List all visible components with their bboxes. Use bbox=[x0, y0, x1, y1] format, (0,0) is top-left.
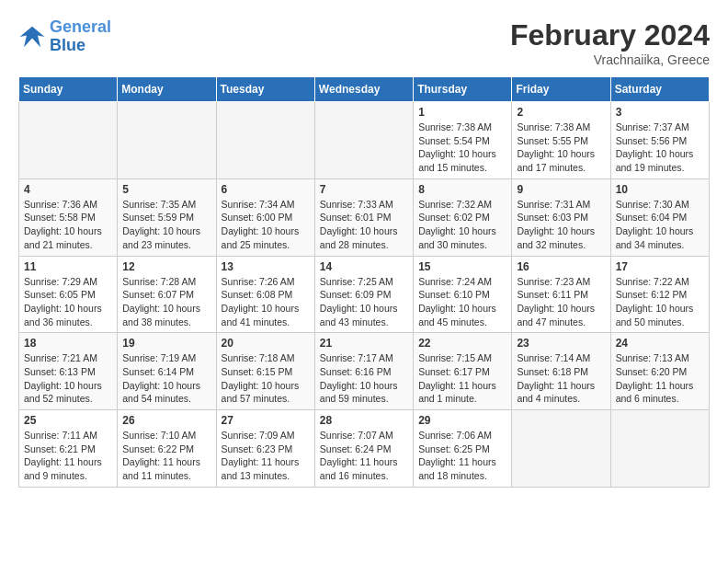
day-info: Sunrise: 7:23 AMSunset: 6:11 PMDaylight:… bbox=[517, 275, 605, 329]
day-number: 14 bbox=[320, 260, 408, 273]
day-info: Sunrise: 7:26 AMSunset: 6:08 PMDaylight:… bbox=[222, 275, 310, 329]
day-info: Sunrise: 7:25 AMSunset: 6:09 PMDaylight:… bbox=[320, 275, 408, 329]
day-info: Sunrise: 7:18 AMSunset: 6:15 PMDaylight:… bbox=[222, 351, 310, 406]
day-number: 6 bbox=[222, 183, 310, 196]
day-info: Sunrise: 7:21 AMSunset: 6:13 PMDaylight:… bbox=[24, 351, 112, 406]
calendar-cell: 25Sunrise: 7:11 AMSunset: 6:21 PMDayligh… bbox=[19, 410, 118, 488]
page-header: General Blue February 2024 Vrachnaiika, … bbox=[18, 18, 710, 67]
day-header-sunday: Sunday bbox=[19, 77, 118, 102]
day-number: 16 bbox=[517, 260, 605, 273]
day-number: 15 bbox=[418, 260, 506, 273]
calendar-cell: 11Sunrise: 7:29 AMSunset: 6:05 PMDayligh… bbox=[19, 256, 118, 333]
day-info: Sunrise: 7:11 AMSunset: 6:21 PMDaylight:… bbox=[24, 429, 112, 483]
day-number: 23 bbox=[517, 337, 605, 350]
day-number: 7 bbox=[320, 183, 408, 196]
calendar-cell: 4Sunrise: 7:36 AMSunset: 5:58 PMDaylight… bbox=[19, 178, 118, 256]
day-number: 28 bbox=[320, 414, 408, 427]
calendar-cell: 1Sunrise: 7:38 AMSunset: 5:54 PMDaylight… bbox=[414, 102, 512, 179]
day-header-monday: Monday bbox=[118, 77, 216, 102]
calendar-cell: 23Sunrise: 7:14 AMSunset: 6:18 PMDayligh… bbox=[512, 333, 610, 410]
calendar-cell: 15Sunrise: 7:24 AMSunset: 6:10 PMDayligh… bbox=[414, 256, 512, 333]
calendar-cell: 14Sunrise: 7:25 AMSunset: 6:09 PMDayligh… bbox=[314, 256, 413, 333]
day-number: 5 bbox=[122, 183, 210, 196]
calendar-cell: 9Sunrise: 7:31 AMSunset: 6:03 PMDaylight… bbox=[512, 178, 610, 256]
logo-text: General Blue bbox=[50, 18, 111, 55]
day-info: Sunrise: 7:07 AMSunset: 6:24 PMDaylight:… bbox=[320, 429, 408, 483]
calendar-cell: 12Sunrise: 7:28 AMSunset: 6:07 PMDayligh… bbox=[118, 256, 216, 333]
day-info: Sunrise: 7:10 AMSunset: 6:22 PMDaylight:… bbox=[122, 429, 210, 483]
day-number: 21 bbox=[320, 337, 408, 350]
day-number: 19 bbox=[122, 337, 210, 350]
day-info: Sunrise: 7:30 AMSunset: 6:04 PMDaylight:… bbox=[616, 198, 704, 252]
calendar-subtitle: Vrachnaiika, Greece bbox=[510, 52, 710, 67]
calendar-cell: 21Sunrise: 7:17 AMSunset: 6:16 PMDayligh… bbox=[314, 333, 413, 410]
day-info: Sunrise: 7:24 AMSunset: 6:10 PMDaylight:… bbox=[418, 275, 506, 329]
day-number: 9 bbox=[517, 183, 605, 196]
week-row-4: 18Sunrise: 7:21 AMSunset: 6:13 PMDayligh… bbox=[19, 333, 710, 410]
day-info: Sunrise: 7:37 AMSunset: 5:56 PMDaylight:… bbox=[616, 121, 704, 175]
day-number: 17 bbox=[616, 260, 704, 273]
day-number: 3 bbox=[616, 106, 704, 119]
day-header-tuesday: Tuesday bbox=[216, 77, 314, 102]
day-number: 13 bbox=[222, 260, 310, 273]
day-number: 25 bbox=[24, 414, 112, 427]
calendar-title: February 2024 bbox=[510, 18, 710, 52]
day-header-thursday: Thursday bbox=[414, 77, 512, 102]
day-info: Sunrise: 7:19 AMSunset: 6:14 PMDaylight:… bbox=[122, 351, 210, 406]
calendar-cell: 17Sunrise: 7:22 AMSunset: 6:12 PMDayligh… bbox=[610, 256, 709, 333]
day-info: Sunrise: 7:06 AMSunset: 6:25 PMDaylight:… bbox=[418, 429, 506, 483]
day-info: Sunrise: 7:29 AMSunset: 6:05 PMDaylight:… bbox=[24, 275, 112, 329]
day-number: 12 bbox=[122, 260, 210, 273]
svg-marker-0 bbox=[20, 27, 45, 48]
day-info: Sunrise: 7:33 AMSunset: 6:01 PMDaylight:… bbox=[320, 198, 408, 252]
calendar-cell bbox=[512, 410, 610, 488]
calendar-cell: 2Sunrise: 7:38 AMSunset: 5:55 PMDaylight… bbox=[512, 102, 610, 179]
day-info: Sunrise: 7:36 AMSunset: 5:58 PMDaylight:… bbox=[24, 198, 112, 252]
calendar-table: SundayMondayTuesdayWednesdayThursdayFrid… bbox=[18, 76, 710, 488]
calendar-cell bbox=[216, 102, 314, 179]
day-info: Sunrise: 7:38 AMSunset: 5:54 PMDaylight:… bbox=[418, 121, 506, 175]
day-info: Sunrise: 7:22 AMSunset: 6:12 PMDaylight:… bbox=[616, 275, 704, 329]
week-row-2: 4Sunrise: 7:36 AMSunset: 5:58 PMDaylight… bbox=[19, 178, 710, 256]
calendar-cell: 20Sunrise: 7:18 AMSunset: 6:15 PMDayligh… bbox=[216, 333, 314, 410]
calendar-cell: 22Sunrise: 7:15 AMSunset: 6:17 PMDayligh… bbox=[414, 333, 512, 410]
day-header-wednesday: Wednesday bbox=[314, 77, 413, 102]
calendar-cell: 6Sunrise: 7:34 AMSunset: 6:00 PMDaylight… bbox=[216, 178, 314, 256]
calendar-cell: 18Sunrise: 7:21 AMSunset: 6:13 PMDayligh… bbox=[19, 333, 118, 410]
day-number: 22 bbox=[418, 337, 506, 350]
calendar-cell: 19Sunrise: 7:19 AMSunset: 6:14 PMDayligh… bbox=[118, 333, 216, 410]
day-info: Sunrise: 7:13 AMSunset: 6:20 PMDaylight:… bbox=[616, 351, 704, 406]
day-number: 26 bbox=[122, 414, 210, 427]
calendar-body: 1Sunrise: 7:38 AMSunset: 5:54 PMDaylight… bbox=[19, 102, 710, 488]
calendar-cell bbox=[118, 102, 216, 179]
day-header-friday: Friday bbox=[512, 77, 610, 102]
day-number: 10 bbox=[616, 183, 704, 196]
day-info: Sunrise: 7:32 AMSunset: 6:02 PMDaylight:… bbox=[418, 198, 506, 252]
logo: General Blue bbox=[18, 18, 111, 55]
calendar-cell: 16Sunrise: 7:23 AMSunset: 6:11 PMDayligh… bbox=[512, 256, 610, 333]
day-info: Sunrise: 7:14 AMSunset: 6:18 PMDaylight:… bbox=[517, 351, 605, 406]
day-number: 18 bbox=[24, 337, 112, 350]
week-row-5: 25Sunrise: 7:11 AMSunset: 6:21 PMDayligh… bbox=[19, 410, 710, 488]
week-row-3: 11Sunrise: 7:29 AMSunset: 6:05 PMDayligh… bbox=[19, 256, 710, 333]
day-info: Sunrise: 7:31 AMSunset: 6:03 PMDaylight:… bbox=[517, 198, 605, 252]
calendar-cell: 7Sunrise: 7:33 AMSunset: 6:01 PMDaylight… bbox=[314, 178, 413, 256]
day-info: Sunrise: 7:35 AMSunset: 5:59 PMDaylight:… bbox=[122, 198, 210, 252]
calendar-cell: 24Sunrise: 7:13 AMSunset: 6:20 PMDayligh… bbox=[610, 333, 709, 410]
calendar-cell: 28Sunrise: 7:07 AMSunset: 6:24 PMDayligh… bbox=[314, 410, 413, 488]
day-number: 1 bbox=[418, 106, 506, 119]
day-info: Sunrise: 7:34 AMSunset: 6:00 PMDaylight:… bbox=[222, 198, 310, 252]
calendar-cell bbox=[610, 410, 709, 488]
day-info: Sunrise: 7:17 AMSunset: 6:16 PMDaylight:… bbox=[320, 351, 408, 406]
day-header-saturday: Saturday bbox=[610, 77, 709, 102]
calendar-cell: 8Sunrise: 7:32 AMSunset: 6:02 PMDaylight… bbox=[414, 178, 512, 256]
calendar-cell: 26Sunrise: 7:10 AMSunset: 6:22 PMDayligh… bbox=[118, 410, 216, 488]
day-info: Sunrise: 7:09 AMSunset: 6:23 PMDaylight:… bbox=[222, 429, 310, 483]
logo-line2: Blue bbox=[50, 36, 85, 54]
calendar-cell: 29Sunrise: 7:06 AMSunset: 6:25 PMDayligh… bbox=[414, 410, 512, 488]
calendar-cell: 3Sunrise: 7:37 AMSunset: 5:56 PMDaylight… bbox=[610, 102, 709, 179]
day-number: 4 bbox=[24, 183, 112, 196]
logo-line1: General bbox=[50, 17, 111, 36]
day-number: 11 bbox=[24, 260, 112, 273]
calendar-cell bbox=[19, 102, 118, 179]
